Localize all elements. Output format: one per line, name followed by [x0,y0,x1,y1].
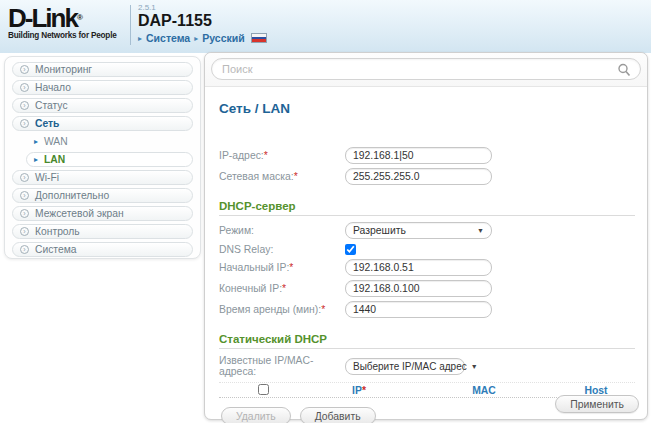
sidebar-item-label: Контроль [35,226,80,237]
sidebar-item-label: Дополнительно [35,190,109,201]
start-ip-label: Начальный IP:* [219,262,345,273]
model-block: 2.5.1 DAP-1155 ▸ Система ▸ Русский [138,0,267,44]
chevron-down-icon: ▼ [477,227,484,234]
sidebar-item-label: Система [35,244,76,255]
sidebar-item-label: WAN [44,136,68,147]
delete-button[interactable]: Удалить [221,407,291,423]
sidebar-item-control[interactable]: › Контроль [12,224,193,239]
dns-relay-checkbox[interactable] [345,244,356,255]
ip-address-field[interactable] [345,147,492,164]
circle-arrow-icon: › [20,65,29,74]
required-asterisk: * [321,304,325,315]
header-divider [130,5,131,45]
sidebar: › Мониторинг › Начало › Статус › Сеть ▸ … [4,56,201,259]
start-ip-field[interactable] [345,259,492,276]
sidebar-item-system[interactable]: › Система [12,242,193,257]
search-icon [617,63,631,77]
breadcrumb-system-link[interactable]: Система [146,32,190,44]
sidebar-item-label: Сеть [35,118,59,129]
label-text: Конечный IP: [219,283,282,294]
known-addresses-select[interactable]: Выберите IP/MAC адрес ▼ [345,358,465,375]
breadcrumb-language-link[interactable]: Русский [202,32,244,44]
registered-mark: ® [77,13,83,22]
page-title: Сеть / LAN [219,101,635,116]
breadcrumb-arrow-icon: ▸ [194,34,198,43]
required-asterisk: * [289,262,293,273]
sidebar-item-lan[interactable]: ▸ LAN [26,152,193,167]
form-row-known-addresses: Известные IP/MAC-адреса: Выберите IP/MAC… [219,355,635,377]
sidebar-item-label: Начало [35,82,71,93]
required-asterisk: * [282,283,286,294]
sidebar-item-wifi[interactable]: › Wi-Fi [12,170,193,185]
sidebar-item-label: Межсетевой экран [35,208,124,219]
add-button[interactable]: Добавить [300,407,376,423]
form-row-lease-time: Время аренды (мин):* [219,301,635,318]
logo-tagline: Building Networks for People [8,31,128,40]
circle-arrow-icon: › [20,191,29,200]
form-row-ip-address: IP-адрес:* [219,147,635,164]
sidebar-item-label: Мониторинг [35,64,92,75]
column-header-host[interactable]: Host [557,385,635,396]
submenu-arrow-icon: ▸ [34,138,38,146]
select-all-checkbox[interactable] [258,384,269,395]
end-ip-field[interactable] [345,280,492,297]
chevron-down-icon: ▼ [471,363,478,370]
mode-label: Режим: [219,225,345,236]
breadcrumb-arrow-icon: ▸ [138,34,142,43]
sidebar-item-label: LAN [44,154,65,165]
label-text: Начальный IP: [219,262,289,273]
search-band [205,53,647,87]
circle-arrow-icon: › [20,83,29,92]
circle-arrow-icon: › [20,119,29,128]
circle-arrow-icon: › [20,245,29,254]
circle-arrow-icon: › [20,101,29,110]
end-ip-label: Конечный IP:* [219,283,345,294]
column-header-ip[interactable]: IP* [307,385,411,396]
sidebar-item-label: Wi-Fi [35,172,59,183]
netmask-field[interactable] [345,168,492,185]
sidebar-item-monitoring[interactable]: › Мониторинг [12,62,193,77]
sidebar-item-wan[interactable]: ▸ WAN [26,134,193,149]
known-addresses-select-value: Выберите IP/MAC адрес [353,361,467,372]
static-dhcp-heading: Статический DHCP [219,333,635,349]
sidebar-item-firewall[interactable]: › Межсетевой экран [12,206,193,221]
header: D-Link® Building Networks for People 2.5… [0,0,651,53]
submenu-arrow-icon: ▸ [34,156,38,164]
mode-select-value: Разрешить [353,225,406,236]
apply-button[interactable]: Применить [555,395,639,413]
sidebar-item-advanced[interactable]: › Дополнительно [12,188,193,203]
form-row-netmask: Сетевая маска:* [219,168,635,185]
required-asterisk: * [362,385,366,396]
dns-relay-label: DNS Relay: [219,244,345,255]
logo-text: D-Link [8,3,77,33]
label-text: Время аренды (мин): [219,304,321,315]
circle-arrow-icon: › [20,227,29,236]
ip-address-label: IP-адрес:* [219,150,345,161]
required-asterisk: * [294,171,298,182]
sidebar-item-network[interactable]: › Сеть [12,116,193,131]
netmask-label: Сетевая маска:* [219,171,345,182]
known-addresses-label: Известные IP/MAC-адреса: [219,355,345,377]
content: Сеть / LAN IP-адрес:* Сетевая маска:* DH… [205,87,647,423]
dhcp-server-heading: DHCP-сервер [219,200,635,216]
lease-time-field[interactable] [345,301,492,318]
select-all-cell [219,384,307,397]
sidebar-item-start[interactable]: › Начало [12,80,193,95]
sidebar-item-status[interactable]: › Статус [12,98,193,113]
dlink-logo: D-Link® Building Networks for People [0,0,128,40]
circle-arrow-icon: › [20,209,29,218]
firmware-version: 2.5.1 [138,3,267,12]
russian-flag-icon[interactable] [251,33,267,43]
column-header-mac[interactable]: MAC [411,385,557,396]
lan-form: IP-адрес:* Сетевая маска:* DHCP-сервер Р… [219,147,635,423]
label-text: Сетевая маска: [219,171,294,182]
page-root: D-Link® Building Networks for People 2.5… [0,0,651,423]
mode-select[interactable]: Разрешить ▼ [345,222,492,239]
form-row-end-ip: Конечный IP:* [219,280,635,297]
required-asterisk: * [264,150,268,161]
model-name: DAP-1155 [138,12,267,29]
form-row-start-ip: Начальный IP:* [219,259,635,276]
sidebar-item-label: Статус [35,100,68,111]
lease-time-label: Время аренды (мин):* [219,304,345,315]
search-input[interactable] [211,58,641,80]
